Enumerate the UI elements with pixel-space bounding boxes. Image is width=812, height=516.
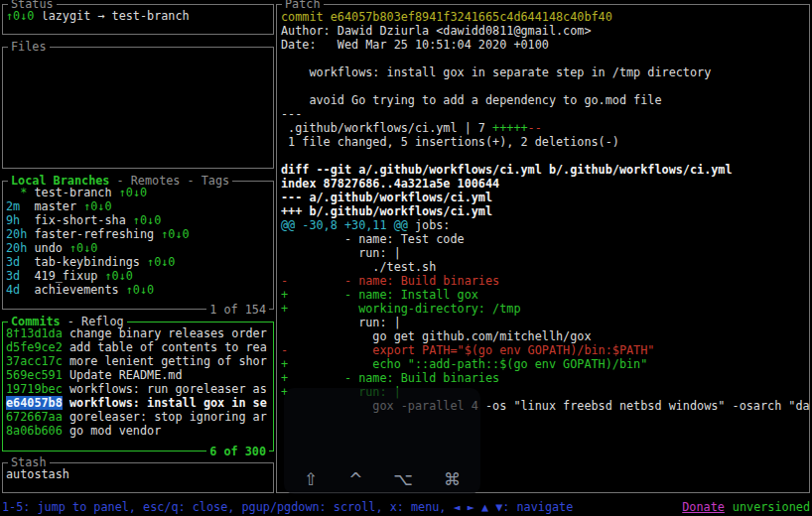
branch-ahead-behind: ↑0↓0 xyxy=(104,269,132,283)
control-key-icon: ^ xyxy=(348,470,362,488)
commit-message: change binary releases order xyxy=(69,326,267,340)
commit-row[interactable]: 672667aa goreleaser: stop ignoring ar xyxy=(6,410,270,424)
branch-row[interactable]: 3d tab-keybindings ↑0↓0 xyxy=(6,255,270,269)
branch-row[interactable]: 9h fix-short-sha ↑0↓0 xyxy=(6,213,270,227)
tabs-remotes-tags[interactable]: - Remotes - Tags xyxy=(109,174,229,188)
commit-row[interactable]: d5fe9ce2 add table of contents to rea xyxy=(6,340,270,354)
branch-name: tab-keybindings xyxy=(34,255,147,269)
branches-counter: 1 of 154 xyxy=(206,303,269,317)
version-label: unversioned xyxy=(733,500,810,514)
commit-sha: 8a06b606 xyxy=(6,424,63,438)
keybinding-hints: 1-5: jump to panel, esc/q: close, pgup/p… xyxy=(2,500,573,514)
stash-item[interactable]: autostash xyxy=(6,467,270,481)
patch-line: run: | xyxy=(281,316,805,329)
stash-panel-title[interactable]: Stash xyxy=(8,455,50,469)
patch-line: + - name: Install gox xyxy=(281,288,805,302)
commit-row[interactable]: 8a06b606 go mod vendor xyxy=(6,424,270,438)
commit-row[interactable]: 569ec591 Update README.md xyxy=(6,368,270,382)
patch-line: ./test.sh xyxy=(281,260,805,274)
branch-row[interactable]: 20h undo ↑0↓0 xyxy=(6,241,270,255)
branch-ahead-behind: ↑0↓0 xyxy=(133,213,161,227)
branch-recency: 2m xyxy=(6,199,34,213)
branches-list[interactable]: * test-branch ↑0↓02m master ↑0↓09h fix-s… xyxy=(3,182,273,309)
commit-sha: 19719bec xyxy=(6,382,63,396)
command-key-icon: ⌘ xyxy=(444,470,461,488)
branch-row[interactable]: 3d 419_fixup ↑0↓0 xyxy=(6,269,270,283)
commits-counter: 6 of 300 xyxy=(206,445,269,458)
branch-recency: 3d xyxy=(6,269,34,283)
tab-local-branches[interactable]: Local Branches xyxy=(11,174,109,188)
files-panel-title[interactable]: Files xyxy=(8,40,50,54)
repo-branch-label: lazygit → test-branch xyxy=(42,9,190,23)
branch-name: test-branch xyxy=(34,186,118,199)
patch-line: run: | xyxy=(281,246,805,260)
patch-line: index 87827686..4a321a5e 100644 xyxy=(281,177,805,191)
patch-line xyxy=(281,52,805,65)
donate-link[interactable]: Donate xyxy=(682,500,725,514)
options-bar: 1-5: jump to panel, esc/q: close, pgup/p… xyxy=(2,500,810,514)
patch-line: @@ -30,8 +30,11 @@ jobs: xyxy=(281,218,805,232)
branch-name: achievements xyxy=(34,283,125,297)
tab-commits[interactable]: Commits xyxy=(11,315,61,328)
status-panel-title[interactable]: Status xyxy=(8,0,57,11)
commit-row[interactable]: 8f13d1da change binary releases order xyxy=(6,326,270,340)
patch-line: commit e64057b803ef8941f3241665c4d644148… xyxy=(281,10,805,24)
patch-line: --- a/.github/workflows/ci.yml xyxy=(281,191,805,204)
branch-name: faster-refreshing xyxy=(34,227,161,241)
modifier-keys-row: ⇧^⌥⌘ xyxy=(284,470,480,488)
patch-line: + - name: Build binaries xyxy=(281,371,805,385)
branch-recency: 20h xyxy=(6,241,34,255)
commit-sha: 37acc17c xyxy=(6,354,63,368)
branch-name: undo xyxy=(34,241,69,255)
tab-reflog[interactable]: - Reflog xyxy=(61,315,124,328)
commit-row[interactable]: 19719bec workflows: run goreleaser as xyxy=(6,382,270,396)
branch-row[interactable]: 2m master ↑0↓0 xyxy=(6,199,270,213)
branch-name: master xyxy=(34,199,83,213)
status-line[interactable]: ↑0↓0 lazygit → test-branch xyxy=(6,9,270,23)
commit-message: add table of contents to rea xyxy=(69,340,267,354)
commit-message: Update README.md xyxy=(69,368,183,382)
patch-line: .github/workflows/ci.yml | 7 +++++-- xyxy=(281,121,805,135)
patch-line: avoid Go trying to add a dependency to g… xyxy=(281,93,805,107)
branch-ahead-behind: ↑0↓0 xyxy=(126,283,154,297)
stash-panel: Stash autostash xyxy=(2,462,274,493)
commits-list[interactable]: 8f13d1da change binary releases orderd5f… xyxy=(3,322,273,451)
commit-row[interactable]: 37acc17c more lenient getting of shor xyxy=(6,354,270,368)
commit-row[interactable]: e64057b8 workflows: install gox in se xyxy=(6,396,270,410)
shift-key-icon: ⇧ xyxy=(304,470,318,488)
patch-line: - export PATH="$(go env GOPATH)/bin:$PAT… xyxy=(281,343,805,357)
branch-name: 419_fixup xyxy=(34,269,104,283)
patch-line: Author: Dawid Dziurla <dawidd0811@gmail.… xyxy=(281,24,805,38)
lazygit-screen: { "colors": { "green": "#2bc32b", "red":… xyxy=(0,0,812,516)
branch-row[interactable]: * test-branch ↑0↓0 xyxy=(6,186,270,199)
commit-sha: 569ec591 xyxy=(6,368,63,382)
branch-recency: 3d xyxy=(6,255,34,269)
patch-line xyxy=(281,149,805,163)
files-panel: Files xyxy=(2,47,274,169)
patch-line: + echo "::add-path::$(go env GOPATH)/bin… xyxy=(281,357,805,371)
commit-sha: 8f13d1da xyxy=(6,326,63,340)
patch-panel-title[interactable]: Patch xyxy=(282,0,324,11)
patch-line: diff --git a/.github/workflows/ci.yml b/… xyxy=(281,163,805,177)
branch-ahead-behind: ↑0↓0 xyxy=(83,199,111,213)
keystroke-overlay: ⇧^⌥⌘ xyxy=(284,388,480,494)
commit-sha: d5fe9ce2 xyxy=(6,340,63,354)
branch-ahead-behind: ↑0↓0 xyxy=(147,255,175,269)
branch-ahead-behind: ↑0↓0 xyxy=(119,186,147,199)
commit-message: workflows: run goreleaser as xyxy=(69,382,267,396)
current-branch-marker: * xyxy=(20,186,34,199)
ahead-behind-indicator: ↑0↓0 xyxy=(6,9,34,23)
status-panel: Status ↑0↓0 lazygit → test-branch xyxy=(2,4,274,35)
commit-message: workflows: install gox in se xyxy=(69,396,267,410)
commits-panel-tabs: Commits - Reflog xyxy=(8,315,127,328)
branch-row[interactable]: 20h faster-refreshing ↑0↓0 xyxy=(6,227,270,241)
branch-ahead-behind: ↑0↓0 xyxy=(161,227,189,241)
files-list[interactable] xyxy=(3,48,273,168)
branches-panel-tabs: Local Branches - Remotes - Tags xyxy=(8,174,232,188)
patch-line: - name: Test code xyxy=(281,232,805,246)
branch-row[interactable]: 4d achievements ↑0↓0 xyxy=(6,283,270,297)
patch-line: go get github.com/mitchellh/gox xyxy=(281,329,805,343)
patch-line xyxy=(281,79,805,93)
branch-ahead-behind: ↑0↓0 xyxy=(69,241,97,255)
branch-recency: 9h xyxy=(6,213,34,227)
